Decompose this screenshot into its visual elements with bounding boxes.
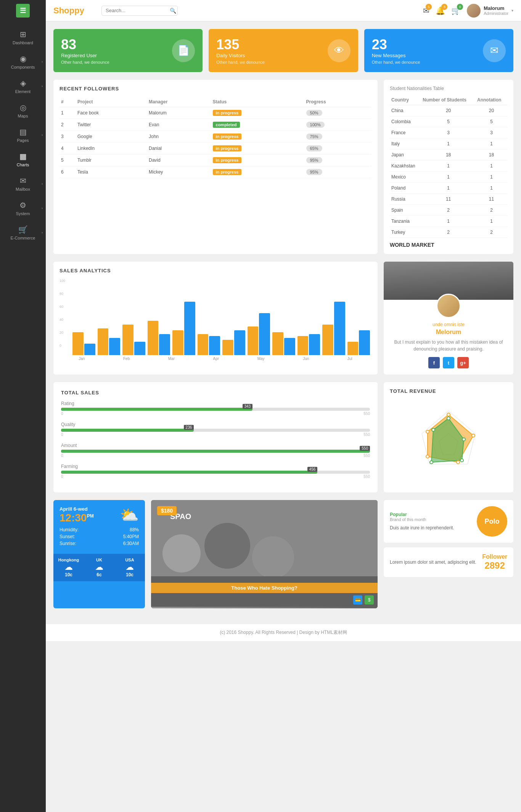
weather-city-uk: UK ☁ 6c (84, 554, 114, 581)
cell-students: 5 (421, 116, 476, 127)
sidebar-item-maps[interactable]: ◎ Maps (0, 98, 46, 123)
stat-card-right: 📄 (172, 39, 195, 62)
chart-y-axis: 100 80 60 40 20 0 (59, 279, 65, 347)
svg-point-11 (462, 438, 465, 441)
bar-orange (122, 325, 133, 355)
profile-avatar (436, 294, 461, 318)
chart-labels: JanFebMarAprMayJunJul (59, 357, 371, 361)
table-row: Italy 1 1 (390, 138, 507, 150)
page-content: 83 Registered User Other hand, we denoun… (46, 21, 521, 624)
cell-students: 3 (421, 127, 476, 138)
twitter-button[interactable]: t (443, 357, 454, 368)
metric-track: 456 (61, 471, 370, 474)
metric-thumb: 550 (360, 446, 370, 451)
metric-range: 0 550 (61, 412, 370, 416)
chart-bar-group (122, 325, 145, 355)
googleplus-icon: g+ (460, 360, 466, 366)
bar-orange (72, 332, 84, 355)
cell-country: Russia (390, 194, 421, 205)
city-temp: 6c (86, 572, 112, 577)
chart-bar-group (98, 328, 121, 355)
total-sales-title: TOTAL SALES (61, 390, 370, 396)
chart-label: May (257, 357, 265, 361)
weather-date: Aprill 6-wed (59, 506, 94, 512)
followers-panel: RECENT FOLLOWERS # Project Manager Statu… (53, 80, 378, 254)
profile-name: Melorum (390, 329, 507, 336)
sales-chart-panel: SALES ANALYTICS 100 80 60 40 20 0 JanFeb… (53, 262, 378, 375)
table-row: 4 LinkedIn Danial in progress 65% (59, 143, 371, 154)
mail-icon-wrap[interactable]: ✉ 5 (423, 6, 429, 15)
table-row: Mexico 1 1 (390, 172, 507, 183)
googleplus-button[interactable]: g+ (457, 357, 469, 368)
sidebar-item-dashboard[interactable]: ⊞ Dashboard (0, 25, 46, 50)
cell-project: Face book (76, 107, 147, 119)
cell-project: Tesla (76, 166, 147, 178)
sidebar-item-pages[interactable]: ▤ Pages › (0, 123, 46, 147)
stat-label: Daily Visitors (216, 53, 265, 58)
world-market-label: WORLD MARKET (390, 242, 507, 248)
sidebar-item-element[interactable]: ◈ Element › (0, 74, 46, 98)
chevron-down-icon: ▾ (511, 8, 513, 13)
bar-orange (322, 325, 333, 355)
sidebar-item-label: Element (15, 89, 31, 94)
bell-icon-wrap[interactable]: 🔔 8 (436, 6, 445, 15)
table-row: Kazakhstan 1 1 (390, 161, 507, 172)
main-content: Shoppy 🔍 ✉ 5 🔔 8 🛒 0 Malorum Admin (46, 0, 521, 812)
metric-thumb: 456 (307, 467, 318, 472)
chart-label: Mar (168, 357, 175, 361)
cell-students: 1 (421, 161, 476, 172)
facebook-button[interactable]: f (428, 357, 440, 368)
sidebar-item-label: System (16, 211, 30, 216)
dollar-icon-btn[interactable]: $ (365, 595, 374, 605)
cell-manager: John (147, 131, 211, 143)
cloud-icon: ☁ (86, 562, 112, 572)
cell-progress: 95% (305, 166, 371, 178)
cell-project: Twitter (76, 119, 147, 131)
sidebar-item-components[interactable]: ◉ Components › (0, 50, 46, 74)
search-icon[interactable]: 🔍 (170, 8, 176, 14)
cell-progress: 75% (305, 131, 371, 143)
sidebar-item-ecommerce[interactable]: 🛒 E-Commerce › (0, 220, 46, 245)
search-input[interactable] (106, 8, 170, 13)
weather-widget: Aprill 6-wed 12:30PM ⛅ Humidity: 88% (53, 500, 145, 608)
stat-sublabel: Other hand, we denounce (61, 60, 109, 64)
cart-icon-wrap[interactable]: 🛒 0 (451, 6, 461, 15)
metric-range: 0 550 (61, 453, 370, 458)
weather-info: Humidity: 88% Sunset: 5:40PM Sunrise: 6:… (59, 527, 139, 546)
city-name: UK (86, 558, 112, 562)
total-revenue-title: TOTAL REVENUE (390, 388, 507, 394)
sidebar-item-system[interactable]: ⚙ System › (0, 196, 46, 220)
svg-point-18 (252, 536, 294, 578)
cell-manager: Mickey (147, 166, 211, 178)
bar-orange (347, 342, 359, 355)
sidebar-item-charts[interactable]: ▦ Charts (0, 147, 46, 172)
mailbox-icon: ✉ (20, 176, 26, 185)
chart-bar-group (248, 313, 270, 355)
footer: (c) 2016 Shoppy. All Rights Reserved | D… (46, 624, 521, 641)
weather-top: Aprill 6-wed 12:30PM ⛅ Humidity: 88% (53, 500, 145, 554)
cell-annotation: 1 (476, 161, 507, 172)
brand-description: Duis aute irure in reprehenderit. (390, 525, 472, 531)
chevron-right-icon: › (42, 60, 43, 64)
metric-row: Farming 456 0 550 (61, 464, 370, 479)
profile-body: unde omnis iste Melorum But I must expla… (384, 300, 513, 375)
total-revenue-panel: TOTAL REVENUE (384, 382, 513, 492)
cart-badge: 0 (457, 4, 463, 10)
credit-card-icon-btn[interactable]: 💳 (353, 595, 362, 605)
radar-chart (390, 399, 507, 483)
twitter-icon: t (448, 360, 449, 366)
cell-students: 18 (421, 150, 476, 161)
sidebar-item-mailbox[interactable]: ✉ Mailbox › (0, 172, 46, 196)
user-avatar-wrap[interactable]: Malorum Administrator ▾ (467, 4, 513, 18)
ecommerce-icon: 🛒 (18, 225, 28, 234)
metric-row: Rating 343 0 550 (61, 401, 370, 416)
follower-count: 2892 (482, 560, 507, 571)
bar-blue (209, 336, 220, 355)
stat-number: 83 (61, 37, 109, 53)
chart-label: Jun (303, 357, 309, 361)
bar-blue (334, 302, 345, 355)
metric-row: Amount 550 0 550 (61, 443, 370, 458)
cell-manager: Danial (147, 143, 211, 154)
facebook-icon: f (433, 360, 435, 366)
element-icon: ◈ (20, 79, 26, 88)
